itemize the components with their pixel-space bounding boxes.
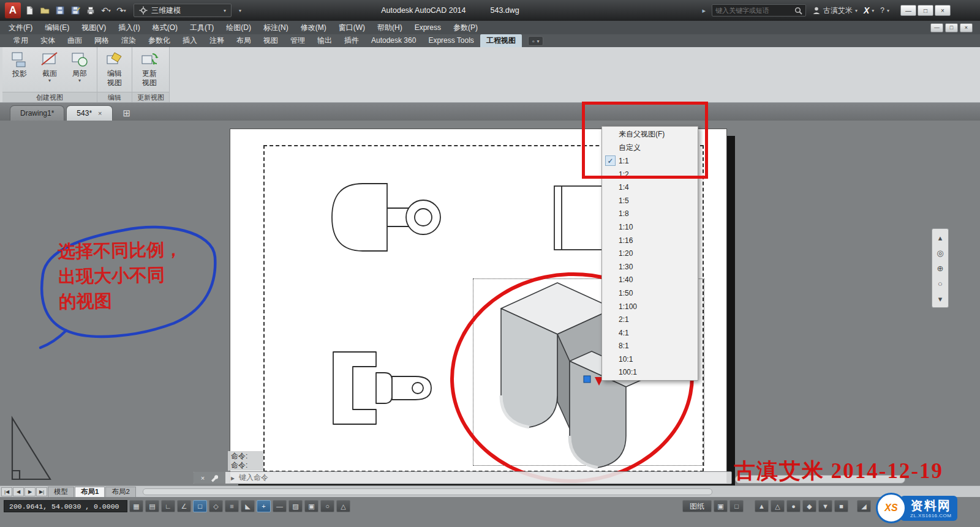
command-line-bar[interactable]: × ▸ 键入命令 (193, 471, 732, 484)
ribbon-tab-annotate[interactable]: 注释 (203, 34, 230, 47)
menu-modify[interactable]: 修改(M) (295, 21, 333, 34)
annotation-monitor-toggle-button[interactable]: △ (336, 500, 350, 512)
layout-next-button[interactable]: ▶ (24, 487, 36, 496)
menu-express[interactable]: Express (409, 21, 447, 34)
restore-button[interactable]: □ (918, 5, 933, 16)
otrack-toggle-button[interactable]: ≡ (225, 500, 239, 512)
exchange-apps-button[interactable]: X ▾ (864, 6, 874, 15)
panel-label-create-view[interactable]: 创建视图 (2, 92, 97, 102)
osnap-toggle-button[interactable]: □ (193, 500, 207, 512)
update-view-button[interactable]: 更新 视图 (137, 50, 162, 87)
menu-parametric[interactable]: 参数(P) (447, 21, 484, 34)
quick-view-drawings-button[interactable]: □ (729, 500, 744, 512)
ribbon-tab-insert[interactable]: 插入 (176, 34, 203, 47)
layout-tab-layout1[interactable]: 布局1 (75, 487, 105, 497)
menu-item-scale-1-5[interactable]: 1:5 (602, 194, 698, 207)
ribbon-tab-parametric[interactable]: 参数化 (142, 34, 176, 47)
autocad-logo-icon[interactable]: A (5, 2, 21, 18)
drawing-view-top-left[interactable] (323, 178, 452, 257)
ribbon-tab-drawing-views[interactable]: 工程视图 (480, 34, 522, 47)
pan-icon[interactable]: ⊕ (933, 261, 947, 275)
transparency-toggle-button[interactable]: ▨ (288, 500, 303, 512)
layout-scrollbar-track[interactable] (143, 488, 712, 495)
save-button[interactable] (53, 4, 67, 17)
menu-item-scale-1-8[interactable]: 1:8 (602, 207, 698, 221)
menu-item-scale-1-16[interactable]: 1:16 (602, 234, 698, 247)
qat-customize-button[interactable]: ▾ (233, 4, 247, 17)
ribbon-tab-output[interactable]: 输出 (311, 34, 338, 47)
annotation-visibility-button[interactable]: △ (771, 500, 785, 512)
layout-prev-button[interactable]: ◀ (13, 487, 24, 496)
grid-toggle-button[interactable]: ▤ (145, 500, 159, 512)
menu-item-scale-4-1[interactable]: 4:1 (602, 326, 698, 340)
doc-tab-543[interactable]: 543* × (66, 105, 112, 121)
new-drawing-tab-button[interactable]: ⊞ (123, 108, 131, 118)
menu-edit[interactable]: 编辑(E) (39, 21, 75, 34)
dyn-toggle-button[interactable]: + (257, 500, 271, 512)
ribbon-tab-view[interactable]: 视图 (257, 34, 284, 47)
close-button[interactable]: × (935, 5, 951, 16)
edit-view-button[interactable]: 编辑 视图 (102, 50, 127, 87)
redo-button[interactable]: ↷▾ (115, 4, 128, 17)
ribbon-tab-solid[interactable]: 实体 (34, 34, 61, 47)
menu-insert[interactable]: 插入(I) (112, 21, 146, 34)
ribbon-tab-manage[interactable]: 管理 (284, 34, 311, 47)
undo-button[interactable]: ↶▾ (99, 4, 113, 17)
menu-item-scale-1-10[interactable]: 1:10 (602, 220, 698, 234)
panel-label-edit[interactable]: 编辑 (97, 92, 132, 102)
snap-toggle-button[interactable]: ▦ (129, 500, 143, 512)
command-customize-wrench-icon[interactable] (209, 474, 218, 482)
quick-view-layouts-button[interactable]: ▣ (714, 500, 728, 512)
annotation-scale-button[interactable]: ▲ (755, 500, 769, 512)
doc-tab-drawing1[interactable]: Drawing1* (10, 105, 64, 121)
orbit-icon[interactable]: ○ (933, 276, 947, 291)
doc-minimize-button[interactable]: — (930, 23, 943, 32)
search-input[interactable] (715, 7, 792, 14)
menu-tools[interactable]: 工具(T) (184, 21, 220, 34)
ribbon-minimize-button[interactable]: ▫ ▾ (528, 36, 544, 46)
sign-in-menu[interactable]: 古滇艾米 ▾ (812, 6, 858, 16)
navbar-more-icon[interactable]: ▾ (933, 291, 947, 306)
ribbon-tab-plugins[interactable]: 插件 (338, 34, 365, 47)
menu-view[interactable]: 视图(V) (75, 21, 112, 34)
ortho-toggle-button[interactable]: ∟ (161, 500, 175, 512)
menu-item-scale-10-1[interactable]: 10:1 (602, 353, 698, 366)
paper-space-button[interactable]: 图纸 (682, 500, 712, 512)
menu-item-scale-1-40[interactable]: 1:40 (602, 274, 698, 287)
plot-button[interactable] (84, 4, 97, 17)
panel-label-update-view[interactable]: 更新视图 (132, 92, 169, 102)
layout-last-button[interactable]: ▶| (36, 487, 47, 496)
polar-toggle-button[interactable]: ∠ (177, 500, 191, 512)
save-as-button[interactable] (69, 4, 82, 17)
menu-item-scale-1-4[interactable]: 1:4 (602, 181, 698, 194)
ribbon-tab-autodesk360[interactable]: Autodesk 360 (365, 34, 422, 47)
doc-tab-close-icon[interactable]: × (98, 110, 102, 117)
menu-item-scale-1-100[interactable]: 1:100 (602, 300, 698, 313)
ribbon-tab-express-tools[interactable]: Express Tools (422, 34, 480, 47)
help-search-box[interactable] (712, 4, 806, 17)
doc-restore-button[interactable]: □ (945, 23, 958, 32)
ribbon-tab-home[interactable]: 常用 (7, 34, 34, 47)
selection-cycling-toggle-button[interactable]: ○ (320, 500, 334, 512)
ribbon-tab-layout[interactable]: 布局 (230, 34, 257, 47)
menu-item-scale-8-1[interactable]: 8:1 (602, 340, 698, 353)
lineweight-toggle-button[interactable]: ― (273, 500, 287, 512)
drawing-canvas[interactable]: 选择不同比例， 出现大小不同 的视图 来自父视图(F) 自定义 ✓1:1 1:2… (0, 121, 980, 485)
menu-format[interactable]: 格式(O) (146, 21, 184, 34)
menu-item-scale-1-20[interactable]: 1:20 (602, 247, 698, 260)
menu-window[interactable]: 窗口(W) (333, 21, 371, 34)
detail-view-button[interactable]: 局部 ▾ (67, 50, 92, 83)
steering-wheel-icon[interactable]: ◎ (933, 245, 947, 260)
menu-item-scale-1-50[interactable]: 1:50 (602, 286, 698, 300)
doc-close-button[interactable]: × (960, 23, 973, 32)
layout-tab-model[interactable]: 模型 (48, 487, 74, 497)
quick-properties-toggle-button[interactable]: ▣ (304, 500, 318, 512)
command-close-icon[interactable]: × (201, 474, 205, 482)
layout-first-button[interactable]: |◀ (1, 487, 12, 496)
workspace-dropdown[interactable]: 三维建模 ▾ (134, 4, 232, 17)
clean-screen-button[interactable]: ◢ (857, 500, 871, 512)
minimize-button[interactable]: — (900, 5, 916, 16)
command-input[interactable]: ▸ 键入命令 (225, 473, 731, 483)
menu-item-scale-100-1[interactable]: 100:1 (602, 366, 698, 379)
section-view-button[interactable]: 截面 ▾ (37, 50, 62, 83)
